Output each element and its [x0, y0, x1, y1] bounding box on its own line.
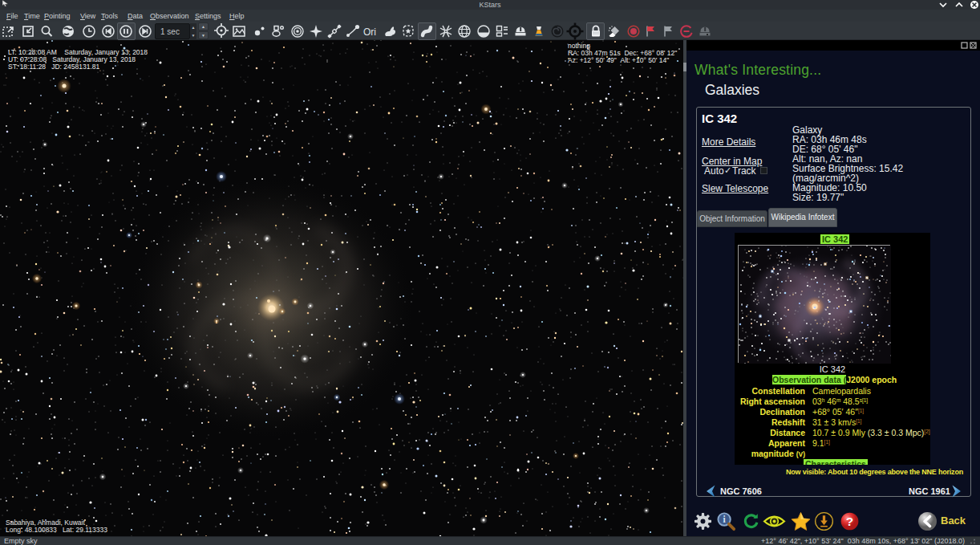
- svg-text:?: ?: [846, 514, 853, 528]
- svg-text:Ori: Ori: [363, 26, 376, 38]
